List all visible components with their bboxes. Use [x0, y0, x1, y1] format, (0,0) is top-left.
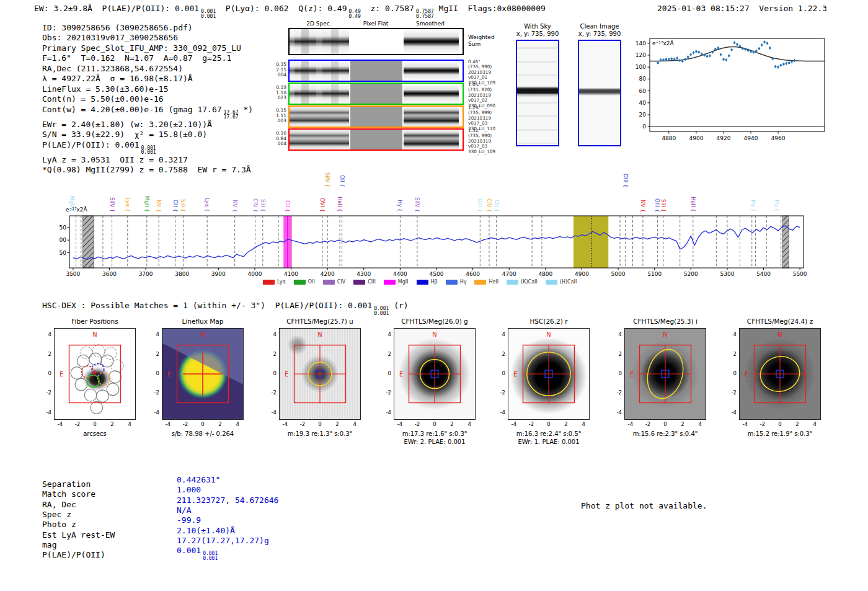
cutout-title: Fiber Positions — [54, 318, 136, 325]
decorative-element — [777, 66, 779, 68]
cutout-ytick: -4 — [265, 409, 277, 415]
spec2d-smoothed-image — [404, 130, 459, 149]
compass-east-label: E — [745, 371, 748, 378]
legend-item: Lyα — [263, 279, 286, 285]
cutout-xtick: 2 — [560, 421, 572, 427]
spectral-marker-label: OIII { — [477, 198, 482, 212]
cutout-ytick: 4 — [611, 331, 622, 337]
cutout-caption: m:15.2 re:1.9" s:0.3" — [748, 430, 813, 438]
cutout-xtick: 0 — [774, 421, 786, 427]
decorative-element — [665, 58, 668, 61]
stacked-uncertainty: 0.0010.001 — [203, 551, 218, 561]
decorative-element — [717, 47, 719, 50]
header-metrics: EW: 3.2±9.8Å P(LAE)/P(OII): 0.0010.0010.… — [34, 4, 546, 19]
spectral-marker-label: SiII { — [180, 199, 185, 212]
spectral-marker-label: HeII { — [690, 197, 696, 212]
stat-label: Spec z — [42, 510, 115, 520]
cutout-xtick: -4 — [740, 421, 751, 427]
decorative-element: 3700 — [139, 271, 153, 277]
spec2d-smoothed-image — [404, 84, 459, 104]
cutout-overlay-u: NE — [280, 329, 360, 419]
compass-north-label: N — [546, 331, 551, 338]
cutout-ytick: -2 — [148, 389, 159, 396]
spectral-marker-label: OVI { — [319, 198, 325, 212]
zoom-chart-ylabel: e⁻¹⁷x2Å — [652, 40, 675, 47]
legend-label: Hγ — [460, 279, 467, 285]
compass-north-label: N — [200, 331, 205, 338]
cutout-caption-line: s/b: 78.98 +/- 0.264 — [172, 430, 234, 438]
cutout-ytick: 4 — [148, 331, 159, 337]
cutout-caption-line: m:17.3 re:1.6" s:0.3" — [402, 430, 467, 438]
spec2d-pixelflat-image — [350, 107, 402, 127]
stat-label: Match score — [42, 489, 115, 499]
cutout-ytick: -2 — [494, 389, 505, 396]
decorative-element: 4100 — [284, 271, 298, 277]
spec2d-weight-line: 003 — [273, 118, 286, 124]
withsky-title-line1: With Sky — [516, 23, 559, 30]
cutout-caption-line: EWr: 2. PLAE: 0.001 — [402, 438, 467, 446]
withsky-title: With Sky x, y: 735, 990 — [516, 23, 559, 38]
cutout-title: CFHTLS/Meg(25.7) u — [279, 318, 361, 325]
cutout-ytick: 2 — [148, 351, 159, 357]
header-date-version: 2025-01-03 08:15:27 Version 1.22.3 — [657, 4, 827, 13]
cutout-ytick: -2 — [265, 389, 277, 396]
cutout-xtick: -4 — [394, 421, 405, 427]
spectral-marker-label: CIV { — [252, 198, 258, 212]
cutout-ytick: -4 — [725, 409, 737, 415]
decorative-element — [681, 60, 684, 63]
spectral-marker-label: OII { — [339, 175, 345, 187]
spec2d-2dspec-image — [290, 107, 349, 127]
cutout-ytick: 0 — [40, 370, 51, 376]
cutout-caption-line: m:15.2 re:1.9" s:0.3" — [748, 430, 813, 438]
decorative-element — [763, 41, 766, 43]
info-line: S/N = 33.9(±22.9) χ² = 15.8(±0.0) — [42, 130, 253, 140]
cutout-overlay-i: NE — [625, 329, 706, 419]
cutout-xtick: -2 — [412, 421, 423, 427]
cutout-ytick: 0 — [611, 370, 622, 376]
decorative-element: 0.001 — [141, 150, 156, 155]
spectral-marker-label: Lyα { — [204, 198, 210, 212]
cutout-xtick: 2 — [792, 421, 803, 427]
stacked-uncertainty: 0.490.49 — [349, 9, 361, 19]
cutout-overlay-z: NE — [740, 329, 820, 419]
legend-item: MgII — [384, 279, 409, 285]
spectral-marker-label: Hγ { — [397, 200, 402, 212]
legend-swatch — [446, 280, 458, 285]
cutout-xtick: 0 — [314, 421, 326, 427]
decorative-element: 20 — [639, 112, 647, 118]
decorative-element: 4960 — [771, 135, 786, 141]
decorative-element: 4600 — [466, 271, 480, 277]
legend-label: CIV — [337, 279, 345, 285]
stat-value: 17.27(17.27,17.27)g — [177, 536, 278, 546]
spectral-marker-label: OII { — [494, 200, 499, 212]
decorative-element — [693, 51, 695, 54]
compass-east-label: E — [60, 371, 63, 378]
spectral-marker-label: Hγ { — [774, 200, 779, 212]
cutout-ytick: 0 — [725, 370, 737, 376]
decorative-element — [728, 55, 730, 57]
legend-label: CIII — [368, 279, 376, 285]
cutout-xtick: 2 — [107, 421, 118, 427]
cutout-xtick: 4 — [694, 421, 706, 427]
compass-east-label: E — [399, 371, 403, 378]
stacked-uncertainty: 0.0010.001 — [374, 306, 389, 316]
cutout-caption: arcsecs — [83, 430, 107, 438]
spectral-marker-label: SiII { — [260, 199, 265, 212]
cutout-ytick: -2 — [611, 389, 622, 396]
decorative-element — [786, 63, 788, 65]
decorative-element — [774, 65, 777, 68]
spectral-marker-label: CII { — [285, 200, 290, 212]
spec2d-weight-line: 023 — [273, 96, 286, 101]
spec2d-2dspec-image — [290, 29, 349, 54]
stacked-uncertainty: 0.0010.001 — [201, 9, 216, 19]
hsc-dex-match-line: HSC-DEX : Possible Matches = 1 (within +… — [42, 301, 409, 316]
cutout-caption: m:19.3 re:1.3" s:0.3" — [288, 430, 353, 438]
cutout-xtick: -2 — [526, 421, 537, 427]
cutout-image-lineflux: NE — [162, 328, 244, 420]
decorative-element — [709, 55, 711, 57]
legend-item: Hγ — [446, 279, 467, 285]
stacked-uncertainty: 0.75870.7587 — [416, 9, 434, 19]
spec2d-col-header: Pixel Flat — [363, 20, 388, 27]
decorative-element — [706, 55, 709, 58]
legend-swatch — [507, 280, 518, 285]
